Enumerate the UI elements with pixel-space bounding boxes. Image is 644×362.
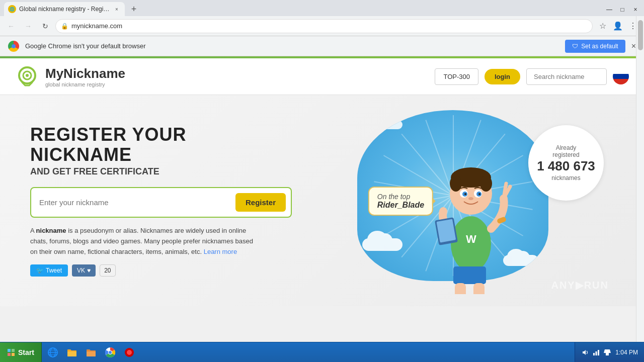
- svg-point-14: [468, 197, 473, 200]
- ie-taskbar-icon[interactable]: [44, 344, 62, 361]
- url-text: mynickname.com: [71, 22, 122, 30]
- svg-rect-32: [87, 351, 96, 356]
- svg-rect-16: [453, 266, 486, 284]
- svg-rect-17: [455, 283, 466, 294]
- description-text: A nickname is a pseudonym or alias. Nick…: [30, 226, 262, 257]
- folder-taskbar-icon[interactable]: [63, 344, 81, 361]
- hero-section: REGISTER YOUR NICKNAME AND GET FREE CERT…: [0, 95, 644, 306]
- social-row: 🐦 Tweet VK ♥ 20: [30, 264, 292, 277]
- language-flag[interactable]: [613, 68, 629, 84]
- logo-area: MyNickname global nickname registry: [15, 64, 125, 88]
- minimize-button[interactable]: —: [603, 3, 616, 16]
- scrollbar-thumb[interactable]: [638, 20, 643, 50]
- folder2-taskbar-icon[interactable]: [82, 344, 100, 361]
- taskbar-icons: [42, 342, 140, 362]
- login-button[interactable]: login: [485, 69, 520, 84]
- app-taskbar-icon[interactable]: [120, 344, 138, 361]
- svg-rect-26: [8, 353, 11, 356]
- address-bar: ← → ↻ 🔒 mynickname.com ☆ 👤 ⋮: [0, 16, 644, 36]
- chrome-logo-icon: [8, 41, 19, 52]
- refresh-button[interactable]: ↻: [38, 19, 52, 33]
- heart-icon: ♥: [87, 267, 91, 274]
- active-tab[interactable]: 🌐 Global nickname registry - Register у.…: [4, 2, 125, 16]
- search-input[interactable]: [526, 68, 607, 85]
- nickname-input[interactable]: [36, 195, 231, 210]
- register-button[interactable]: Register: [235, 193, 286, 212]
- forward-button[interactable]: →: [21, 19, 35, 33]
- logo-icon: [15, 64, 39, 88]
- lock-icon: 🔒: [61, 23, 68, 30]
- maximize-button[interactable]: □: [616, 3, 629, 16]
- site-content: MyNickname global nickname registry TOP-…: [0, 58, 644, 306]
- nickname-bold: nickname: [36, 227, 66, 234]
- learn-more-link[interactable]: Learn more: [204, 248, 237, 255]
- title-bar: 🌐 Global nickname registry - Register у.…: [0, 0, 644, 16]
- svg-point-13: [478, 193, 480, 195]
- tab-close-button[interactable]: ×: [113, 5, 121, 13]
- svg-rect-24: [8, 349, 11, 352]
- logo-title: MyNickname: [45, 66, 125, 81]
- start-label: Start: [18, 348, 34, 356]
- system-time: 1:04 PM: [615, 349, 638, 356]
- logo-subtitle: global nickname registry: [45, 81, 125, 87]
- set-default-button[interactable]: 🛡 Set as default: [565, 40, 625, 53]
- vk-button[interactable]: VK ♥: [72, 264, 96, 277]
- vk-icon: VK: [77, 267, 85, 274]
- window-controls: — □ ×: [601, 3, 644, 16]
- bubble-line2: Rider_Blade: [377, 201, 424, 210]
- site-header: MyNickname global nickname registry TOP-…: [0, 58, 644, 95]
- taskbar: Start: [0, 342, 644, 362]
- back-button[interactable]: ←: [4, 19, 18, 33]
- svg-point-12: [464, 193, 466, 195]
- action-tray-icon[interactable]: [603, 348, 611, 356]
- bookmark-button[interactable]: ☆: [596, 19, 610, 33]
- tab-bar: 🌐 Global nickname registry - Register у.…: [0, 2, 601, 16]
- svg-point-2: [26, 74, 29, 77]
- svg-rect-31: [67, 351, 76, 356]
- twitter-icon: 🐦: [36, 267, 44, 274]
- logo-text-area: MyNickname global nickname registry: [45, 66, 125, 87]
- network-tray-icon[interactable]: [592, 348, 600, 356]
- svg-point-6: [450, 175, 462, 192]
- url-bar[interactable]: 🔒 mynickname.com: [55, 19, 593, 33]
- bubble-line1: On the top: [377, 193, 424, 201]
- svg-rect-25: [12, 349, 15, 352]
- svg-rect-18: [473, 283, 485, 294]
- stats-bubble: Already registered 1 480 673 nicknames: [528, 125, 604, 201]
- hero-title-line2: AND GET FREE CERTIFICATE: [30, 166, 292, 177]
- chrome-taskbar-icon[interactable]: [101, 344, 119, 361]
- stats-number: 1 480 673: [537, 158, 595, 174]
- tray-icons: [581, 348, 611, 356]
- top300-button[interactable]: TOP-300: [435, 68, 478, 85]
- speaker-tray-icon[interactable]: [581, 348, 589, 356]
- svg-text:W: W: [466, 233, 476, 245]
- toolbar-icons: ☆ 👤 ⋮: [596, 19, 640, 33]
- tweet-button[interactable]: 🐦 Tweet: [30, 264, 68, 277]
- svg-point-37: [127, 350, 132, 355]
- speech-bubble: On the top Rider_Blade: [368, 187, 433, 216]
- close-button[interactable]: ×: [629, 3, 642, 16]
- tab-favicon: 🌐: [8, 5, 16, 13]
- svg-rect-39: [596, 351, 597, 355]
- stats-already-label: Already: [556, 144, 577, 151]
- notification-text: Google Chrome isn't your default browser: [25, 42, 559, 50]
- hero-title-line1: REGISTER YOUR NICKNAME: [30, 125, 292, 164]
- register-box: Register: [30, 187, 292, 218]
- svg-rect-40: [598, 350, 599, 355]
- svg-point-35: [109, 351, 112, 354]
- header-nav: TOP-300 login: [435, 68, 629, 85]
- anyrun-watermark: ANY▶RUN: [551, 279, 609, 291]
- notification-bar: Google Chrome isn't your default browser…: [0, 36, 644, 56]
- scrollbar[interactable]: [636, 16, 644, 342]
- system-tray: 1:04 PM: [575, 342, 644, 362]
- share-count: 20: [100, 264, 115, 277]
- hero-left: REGISTER YOUR NICKNAME AND GET FREE CERT…: [30, 125, 292, 277]
- character: W: [426, 143, 516, 296]
- svg-point-7: [480, 175, 492, 192]
- account-button[interactable]: 👤: [611, 19, 625, 33]
- start-button[interactable]: Start: [0, 342, 42, 362]
- svg-rect-38: [593, 353, 595, 355]
- svg-rect-27: [12, 353, 15, 356]
- new-tab-button[interactable]: +: [127, 2, 141, 16]
- notification-close-button[interactable]: ×: [631, 42, 636, 51]
